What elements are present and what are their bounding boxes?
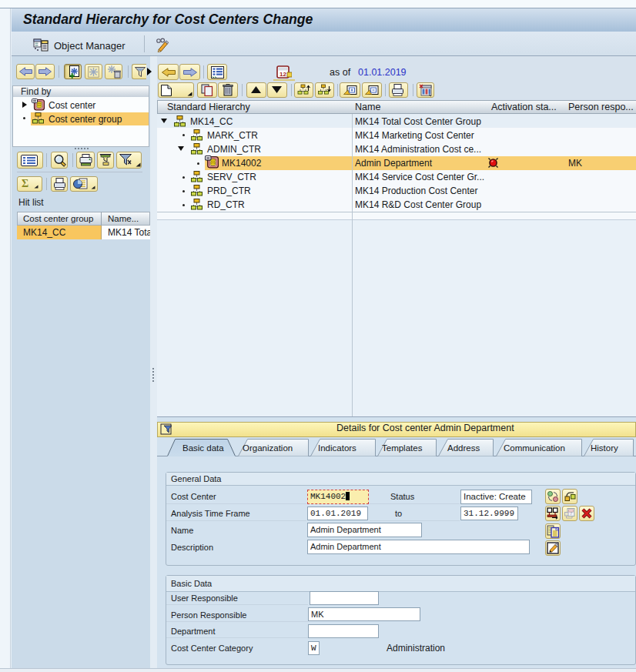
- svg-text:Basic data: Basic data: [182, 443, 224, 453]
- svg-text:12: 12: [280, 71, 286, 78]
- svg-text:Organization: Organization: [243, 443, 293, 453]
- svg-text:History: History: [591, 443, 618, 453]
- svg-text:Address: Address: [447, 443, 480, 453]
- svg-text:Communication: Communication: [504, 443, 565, 453]
- svg-text:Indicators: Indicators: [318, 443, 356, 453]
- svg-text:Templates: Templates: [382, 443, 423, 453]
